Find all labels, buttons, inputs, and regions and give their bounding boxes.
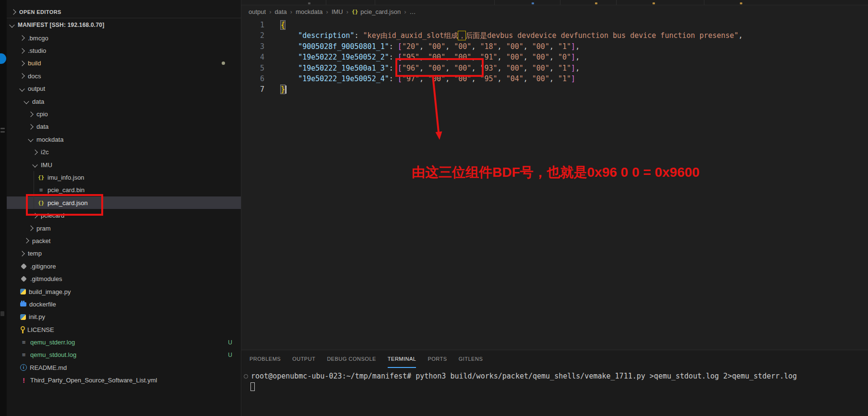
panel-tab-problems[interactable]: PROBLEMS: [250, 350, 281, 368]
chevron-down-icon: [28, 137, 33, 142]
tree-item-label: pcie_card.bin: [48, 186, 84, 194]
code-token: "9005028f_90050801_1": [298, 42, 389, 51]
code-token: [: [398, 42, 402, 51]
panel-tab-output[interactable]: OUTPUT: [292, 350, 315, 368]
panel-tab-debug-console[interactable]: DEBUG CONSOLE: [327, 350, 376, 368]
breadcrumb-item-data[interactable]: data: [275, 8, 287, 15]
code-line-6[interactable]: 6 "19e50222_19e50052_4": ["97", "00", "0…: [241, 73, 868, 84]
code-token: :: [389, 53, 398, 61]
workspace-header[interactable]: MANIFEST [SSH: 192.168.0.70]: [7, 18, 241, 32]
tree-item-data[interactable]: data: [7, 95, 241, 108]
code-line-content: {: [264, 20, 285, 30]
tree-item-build_image.py[interactable]: build_image.py: [7, 285, 241, 298]
breadcrumb-item-pcie_card.json[interactable]: pcie_card.json: [360, 8, 401, 15]
activity-bar[interactable]: [0, 0, 7, 416]
tree-item-init.py[interactable]: init.py: [7, 311, 241, 323]
tree-item-.bmcgo[interactable]: .bmcgo: [7, 32, 241, 44]
code-token: ,: [445, 42, 454, 51]
tree-item-build[interactable]: build: [7, 57, 241, 70]
code-line-5[interactable]: 5 "19e50222_19e500a1_3": ["96", "00", "0…: [241, 63, 868, 73]
tab-divider: [560, 0, 560, 5]
tree-item-docs[interactable]: docs: [7, 70, 241, 82]
code-token: "97": [402, 74, 419, 83]
code-token: ,: [471, 53, 480, 61]
code-token: "00": [454, 42, 471, 51]
chevron-right-icon: [19, 48, 24, 53]
activity-icon-fragment: [0, 128, 5, 129]
git-untracked-badge: U: [228, 339, 232, 346]
code-line-3[interactable]: 3 "9005028f_90050801_1": ["20", "00", "0…: [241, 41, 868, 52]
code-token: "04": [506, 74, 523, 83]
tree-item-pciecard[interactable]: pciecard: [7, 209, 241, 221]
tree-item-qemu_stdout.log[interactable]: ≡qemu_stdout.logU: [7, 349, 241, 361]
editor-tab-bar[interactable]: [241, 0, 868, 5]
activity-icon-fragment: [0, 311, 4, 316]
tree-item-pcie_card.json[interactable]: {}pcie_card.json: [7, 196, 241, 209]
tree-item-output[interactable]: output: [7, 83, 241, 95]
tree-item-qemu_stderr.log[interactable]: ≡qemu_stderr.logU: [7, 336, 241, 348]
tree-item-Third_Party_Open_Source_Software_List.yml[interactable]: !Third_Party_Open_Source_Software_List.y…: [7, 374, 241, 387]
breadcrumb-item-output[interactable]: output: [249, 8, 266, 15]
breadcrumb-item-mockdata[interactable]: mockdata: [296, 8, 322, 15]
breadcrumb-item-…[interactable]: …: [409, 8, 416, 15]
code-token: "19e50222_19e50052_4": [298, 74, 389, 83]
tree-item-.studio[interactable]: .studio: [7, 44, 241, 57]
code-editor[interactable]: 1{2 "description": "key由id_auxid_slot组成，…: [241, 18, 868, 95]
code-token: ,: [498, 42, 506, 51]
code-token: [: [398, 53, 402, 61]
tree-item-label: data: [32, 98, 44, 105]
tree-item-label: temp: [28, 250, 42, 257]
open-editors-header[interactable]: OPEN EDITORS: [7, 6, 241, 18]
code-line-content: }: [264, 84, 286, 95]
code-token: "00": [428, 64, 445, 73]
breadcrumb-item-IMU[interactable]: IMU: [332, 8, 343, 15]
tree-item-pram[interactable]: pram: [7, 222, 241, 234]
code-token: ,: [445, 74, 454, 83]
line-number: 5: [241, 63, 264, 73]
code-token: [281, 53, 298, 61]
git-modified-dot-badge: [222, 61, 225, 65]
panel-tab-gitlens[interactable]: GITLENS: [459, 350, 483, 368]
tree-item-label: qemu_stderr.log: [30, 339, 75, 346]
code-token: ,: [419, 64, 428, 73]
tree-item-label: IMU: [41, 161, 52, 169]
panel-tab-terminal[interactable]: TERMINAL: [388, 350, 416, 368]
tree-item-imu_info.json[interactable]: {}imu_info.json: [7, 171, 241, 184]
code-token: ,: [419, 74, 428, 83]
code-token: ,: [445, 64, 454, 73]
tree-item-packet[interactable]: packet: [7, 234, 241, 247]
tree-item-IMU[interactable]: IMU: [7, 159, 241, 171]
tree-item-.gitignore[interactable]: .gitignore: [7, 260, 241, 272]
tree-item-label: .studio: [28, 47, 46, 54]
code-token: "19e50222_19e50052_2": [298, 53, 389, 61]
tree-item-i2c[interactable]: i2c: [7, 146, 241, 159]
code-line-1[interactable]: 1{: [241, 20, 868, 30]
code-token: "1": [558, 42, 571, 51]
code-line-4[interactable]: 4 "19e50222_19e50052_2": ["95", "00", "0…: [241, 52, 868, 62]
tree-item-README.md[interactable]: iREADME.md: [7, 361, 241, 374]
workspace-label: MANIFEST [SSH: 192.168.0.70]: [18, 22, 104, 28]
breadcrumb-separator: ›: [346, 8, 348, 15]
tree-item-label: packet: [32, 237, 50, 245]
annotation-callout: 由这三位组件BDF号，也就是0x96 0 0 = 0x9600: [412, 163, 700, 182]
tree-item-cpio[interactable]: cpio: [7, 108, 241, 120]
open-editors-label: OPEN EDITORS: [19, 9, 61, 15]
tree-item-label: i2c: [41, 148, 49, 156]
tree-item-temp[interactable]: temp: [7, 247, 241, 260]
code-line-2[interactable]: 2 "description": "key由id_auxid_slot组成，后面…: [241, 30, 868, 41]
tree-item-mockdata[interactable]: mockdata: [7, 133, 241, 146]
tree-item-pcie_card.bin[interactable]: ≡pcie_card.bin: [7, 184, 241, 196]
code-line-content: "19e50222_19e500a1_3": ["96", "00", "00"…: [264, 63, 580, 73]
tree-item-.gitmodules[interactable]: .gitmodules: [7, 272, 241, 285]
lines-file-icon: ≡: [20, 351, 27, 358]
tree-item-dockerfile[interactable]: dockerfile: [7, 298, 241, 310]
code-line-7[interactable]: 7}: [241, 84, 868, 95]
terminal[interactable]: root@openubmc-ubu-023:~/tmp/manifest# py…: [241, 372, 868, 391]
tree-item-LICENSE[interactable]: LICENSE: [7, 323, 241, 336]
tree-item-label: cpio: [36, 110, 48, 118]
tree-item-data[interactable]: data: [7, 121, 241, 133]
code-token: "93": [480, 64, 497, 73]
code-token: ,: [575, 42, 580, 51]
panel-tab-ports[interactable]: PORTS: [428, 350, 447, 368]
code-token: "0": [558, 53, 571, 61]
